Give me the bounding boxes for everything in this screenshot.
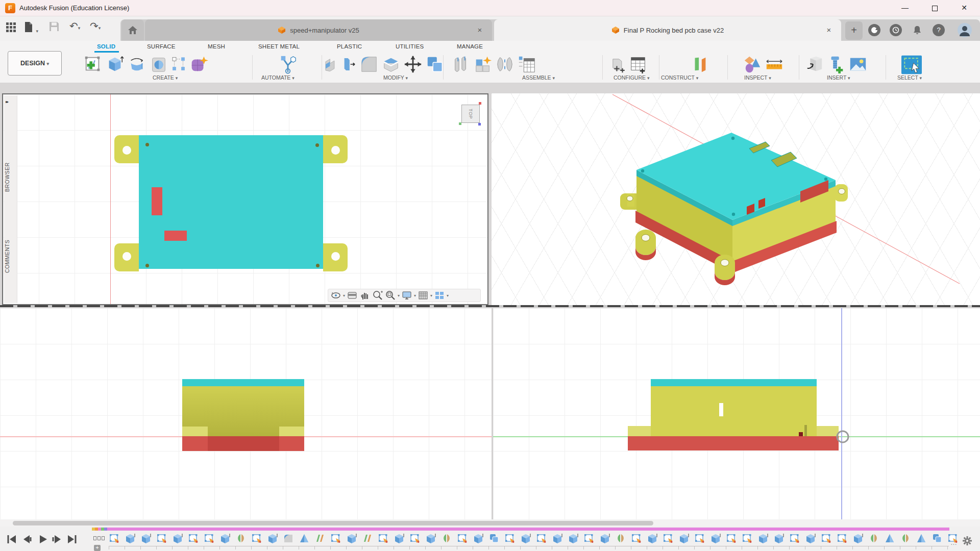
save-icon[interactable]: [49, 21, 59, 34]
timeline-settings-gear-icon[interactable]: [962, 535, 973, 546]
form-icon[interactable]: [189, 55, 208, 74]
timeline-feature-combine[interactable]: [488, 533, 500, 544]
horizontal-scrollbar[interactable]: [0, 519, 980, 527]
timeline-feature-extrude[interactable]: [773, 533, 785, 544]
timeline-feature-extrude[interactable]: [219, 533, 231, 544]
timeline-feature-mirror[interactable]: [441, 533, 452, 544]
timeline-feature-extrude[interactable]: [678, 533, 690, 544]
mount-tab[interactable]: [323, 243, 348, 271]
timeline-feature-extrude[interactable]: [852, 533, 864, 544]
timeline-feature-extrude[interactable]: [599, 533, 610, 544]
modify-group-label[interactable]: MODIFY ▾: [383, 74, 408, 81]
timeline-feature-sketch[interactable]: [156, 533, 167, 544]
timeline-feature-extrude[interactable]: [568, 533, 579, 544]
construct-group-label[interactable]: CONSTRUCT ▾: [661, 74, 698, 81]
viewports-icon[interactable]: [434, 290, 445, 300]
file-menu-icon[interactable]: ▾: [23, 21, 38, 35]
timeline-feature-extrude[interactable]: [125, 533, 136, 544]
timeline-feature-sketch[interactable]: [330, 533, 341, 544]
ruler-icon[interactable]: [765, 55, 784, 74]
job-status-icon[interactable]: [868, 24, 880, 36]
timeline-feature-sketch[interactable]: [789, 533, 800, 544]
notifications-bell-icon[interactable]: [911, 24, 923, 36]
minimize-button[interactable]: —: [893, 0, 917, 16]
new-tab-button[interactable]: +: [845, 21, 863, 40]
timeline-feature-plane[interactable]: [314, 533, 326, 544]
maximize-button[interactable]: [923, 0, 946, 16]
tab-close-icon[interactable]: ×: [824, 25, 834, 35]
ribbon-tab-mesh[interactable]: MESH: [208, 43, 225, 49]
timeline-feature-mirror[interactable]: [235, 533, 247, 544]
timeline-feature-extrude[interactable]: [346, 533, 357, 544]
create-component-icon[interactable]: [473, 55, 493, 74]
ribbon-tab-plastic[interactable]: PLASTIC: [337, 43, 362, 49]
timeline-feature-sketch[interactable]: [188, 533, 199, 544]
inspect-group-label[interactable]: INSPECT ▾: [744, 74, 771, 81]
timeline-feature-sketch[interactable]: [504, 533, 516, 544]
browser-tab[interactable]: BROWSER: [4, 146, 17, 208]
timeline-feature-extrude[interactable]: [552, 533, 563, 544]
timeline-feature-extrude[interactable]: [425, 533, 436, 544]
app-grid-icon[interactable]: [5, 21, 16, 35]
ribbon-tab-sheet-metal[interactable]: SHEET METAL: [258, 43, 300, 49]
timeline-feature-fillet[interactable]: [283, 533, 294, 544]
timeline-feature-sketch[interactable]: [663, 533, 674, 544]
pattern-icon[interactable]: [171, 56, 186, 73]
timeline-feature-cone[interactable]: [884, 533, 895, 544]
select-group-label[interactable]: SELECT ▾: [897, 74, 922, 81]
ribbon-tab-utilities[interactable]: UTILITIES: [396, 43, 424, 49]
case-lid-top-view[interactable]: [139, 135, 323, 269]
timeline-feature-sketch[interactable]: [378, 533, 389, 544]
zoom-window-icon[interactable]: [385, 290, 396, 300]
look-at-icon[interactable]: [347, 290, 358, 300]
timeline-feature-sketch[interactable]: [631, 533, 642, 544]
revolve-icon[interactable]: [127, 55, 146, 74]
ribbon-tab-manage[interactable]: MANAGE: [457, 43, 483, 49]
insert-derive-icon[interactable]: [804, 55, 824, 74]
timeline-step-forward-button[interactable]: [51, 535, 62, 544]
offset-face-icon[interactable]: [341, 56, 357, 73]
timeline-feature-extrude[interactable]: [710, 533, 721, 544]
bom-table-icon[interactable]: [517, 55, 536, 74]
move-icon[interactable]: [403, 55, 423, 74]
timeline-step-back-button[interactable]: [21, 535, 33, 544]
timeline-feature-mirror[interactable]: [615, 533, 626, 544]
ribbon-tab-solid[interactable]: SOLID: [97, 43, 115, 49]
automate-group-label[interactable]: AUTOMATE ▾: [261, 74, 295, 81]
pan-icon[interactable]: [359, 290, 371, 300]
select-icon[interactable]: [898, 55, 925, 75]
timeline-feature-sketch[interactable]: [251, 533, 262, 544]
mount-tab[interactable]: [114, 135, 139, 163]
insert-canvas-icon[interactable]: [848, 55, 868, 74]
timeline-overflow[interactable]: …: [950, 539, 958, 546]
viewport-divider-horizontal[interactable]: [0, 305, 980, 307]
timeline-go-to-start-button[interactable]: [6, 535, 17, 544]
timeline-feature-extrude[interactable]: [805, 533, 816, 544]
document-tab-2[interactable]: Final P Rocking bed pcb case v22 ×: [494, 19, 841, 41]
timeline-feature-sketch[interactable]: [536, 533, 547, 544]
viewport-top-left[interactable]: ▸▸ BROWSER COMMENTS TOP ▾ ▾ ▾ ▾ ▾: [2, 93, 488, 305]
timeline-play-button[interactable]: [38, 535, 49, 544]
shell-icon[interactable]: [381, 55, 401, 74]
redo-icon[interactable]: ↷▾: [90, 20, 101, 32]
timeline-feature-sketch[interactable]: [457, 533, 468, 544]
zoom-icon[interactable]: [372, 290, 383, 300]
create-group-label[interactable]: CREATE ▾: [153, 74, 178, 81]
undo-icon[interactable]: ↶▾: [69, 20, 80, 32]
extrude-icon[interactable]: [105, 55, 125, 74]
timeline-feature-sketch[interactable]: [694, 533, 705, 544]
timeline-feature-extrude[interactable]: [520, 533, 531, 544]
mount-tab[interactable]: [323, 135, 348, 163]
expand-browser-icon[interactable]: ▸▸: [6, 99, 8, 104]
timeline-feature-extrude[interactable]: [172, 533, 183, 544]
timeline-ruler[interactable]: [109, 546, 949, 549]
create-sketch-icon[interactable]: [83, 55, 103, 74]
user-avatar[interactable]: [958, 23, 972, 37]
measure-icon[interactable]: [743, 55, 762, 74]
timeline-feature-sketch[interactable]: [109, 533, 120, 544]
configure-group-label[interactable]: CONFIGURE ▾: [614, 74, 649, 81]
fillet-icon[interactable]: [359, 55, 379, 74]
timeline-feature-extrude[interactable]: [394, 533, 405, 544]
press-pull-icon[interactable]: [324, 56, 339, 73]
viewport-bottom-right[interactable]: [493, 308, 980, 520]
